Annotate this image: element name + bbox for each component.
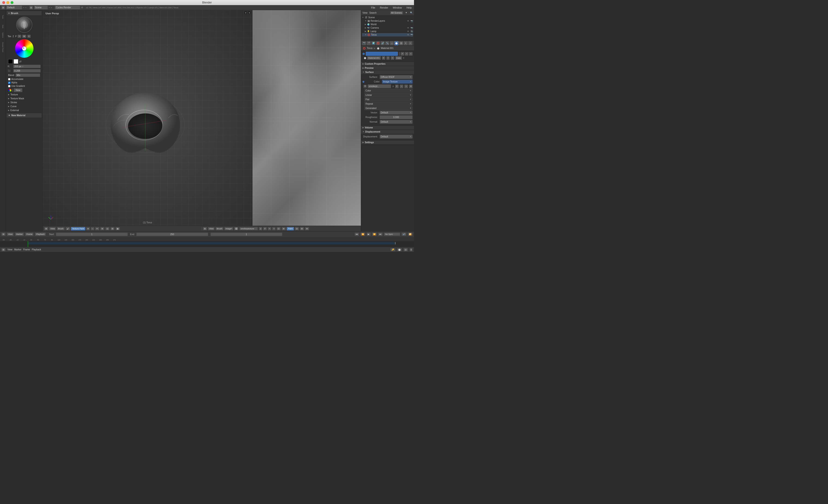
start-field[interactable]: 1 <box>56 233 128 236</box>
outliner-lamp[interactable]: ▶ 💡 Lamp 👁 📷 <box>362 30 413 33</box>
renderlayers-vis[interactable]: 👁 <box>407 20 409 22</box>
slots-icon[interactable]: Slots <box>1 23 5 30</box>
curve-section[interactable]: ▶ Curve <box>7 104 42 108</box>
preview-header[interactable]: ▶ Preview <box>361 66 414 70</box>
generated-dropdown[interactable]: Generated ▼ <box>364 106 413 110</box>
viewport-3d[interactable]: User Persp ⊕ ⊕ <box>43 10 252 226</box>
tab-object[interactable]: ⭕ <box>376 41 380 45</box>
lamp-vis[interactable]: 👁 <box>407 30 409 33</box>
repeat-dropdown[interactable]: Repeat ▼ <box>364 102 413 106</box>
vector-dropdown[interactable]: Default ▼ <box>380 111 413 115</box>
tab-particles[interactable]: ✦ <box>404 41 408 45</box>
onion-btn[interactable]: ◎ <box>404 248 408 251</box>
texture-paint-btn[interactable]: Texture Paint <box>71 227 85 230</box>
next-frame-btn[interactable]: ⏩ <box>372 233 377 236</box>
external-section[interactable]: ▶ External <box>7 108 42 112</box>
torus-vis[interactable]: 👁 <box>407 34 409 36</box>
wireframe-btn[interactable]: ○ <box>91 227 94 230</box>
blend-select[interactable]: Mix <box>15 74 40 77</box>
outliner-search-icon[interactable]: 🔍 <box>410 11 413 14</box>
status-mode-btn[interactable]: ⊞ <box>1 248 5 251</box>
prev-frame-btn[interactable]: ⏪ <box>360 233 365 236</box>
loop-btn[interactable]: 🔁 <box>408 233 413 236</box>
uv-mode-btn[interactable]: ⊞ <box>203 227 207 230</box>
next-keyframe-btn[interactable]: ⏭ <box>378 233 382 236</box>
img-add-btn[interactable]: + <box>400 85 403 88</box>
tab-constraints[interactable]: 🔗 <box>380 41 385 45</box>
uv-zoom1[interactable]: ⊟ <box>295 227 299 230</box>
uv-image-btn[interactable]: Image* <box>224 227 233 230</box>
color-prop-dot[interactable] <box>363 81 364 83</box>
corner-btn-1[interactable]: ⊕ <box>244 11 247 14</box>
viewport-mode-toggle[interactable]: ⊞ <box>1 6 5 9</box>
flat-dropdown[interactable]: Flat ▼ <box>364 97 413 101</box>
mat-data-remove[interactable]: × <box>391 56 394 60</box>
camera-vis[interactable]: 👁 <box>407 27 409 29</box>
brush-icon-btn[interactable]: 🖌 <box>66 227 70 230</box>
uv-btn[interactable]: ⊞ <box>111 227 115 230</box>
uv-zoom3[interactable]: ⊕ <box>305 227 309 230</box>
status-playback[interactable]: Playback <box>32 248 41 251</box>
texture-mask-section[interactable]: ▶ Texture Mask <box>7 96 42 100</box>
texture-section[interactable]: ▶ Texture <box>7 93 42 96</box>
status-view[interactable]: View <box>7 248 12 251</box>
maximize-button[interactable] <box>11 1 13 4</box>
prev-keyframe-btn[interactable]: ⏮ <box>355 233 359 236</box>
img-f-btn[interactable]: F <box>395 85 399 88</box>
tab-scene[interactable]: 🎬 <box>367 41 371 45</box>
torus-render[interactable]: 📷 <box>411 34 413 36</box>
scene-add[interactable]: + <box>49 6 50 9</box>
uv-zoom-fit[interactable]: ⊡ <box>277 227 281 230</box>
linear-dropdown[interactable]: Linear ▼ <box>364 93 413 97</box>
lamp-render[interactable]: 📷 <box>411 30 413 33</box>
tex-remove-btn[interactable]: × <box>27 35 31 38</box>
volume-header[interactable]: ▶ Volume <box>361 126 414 130</box>
minimize-button[interactable] <box>6 1 9 4</box>
layout-remove[interactable]: × <box>25 6 26 9</box>
info-btn[interactable]: ℹ <box>410 248 413 251</box>
uv-brush-btn[interactable]: Brush <box>215 227 223 230</box>
use-gradient-checkbox[interactable] <box>8 85 10 87</box>
layout-select[interactable]: Default <box>6 5 22 9</box>
tab-modifiers[interactable]: 🔧 <box>385 41 389 45</box>
radius-field[interactable]: 203 px ⟳ <box>13 65 41 68</box>
torus-viewport[interactable]: User Persp ⊕ ⊕ <box>43 10 252 226</box>
tab-world[interactable]: 🌍 <box>371 41 375 45</box>
uv-img-name[interactable]: smokeytexture <box>239 227 258 230</box>
end-field[interactable]: 250 <box>136 233 208 236</box>
mat-remove-btn[interactable]: × <box>409 52 413 56</box>
autokey-btn[interactable]: ⬤ <box>397 248 402 251</box>
render-engine-select[interactable]: Cycles Render <box>55 5 80 9</box>
status-marker[interactable]: Marker <box>14 248 22 251</box>
close-button[interactable] <box>2 1 5 4</box>
sync-select[interactable]: No Sync <box>384 233 400 236</box>
img-settings-btn[interactable]: ⚙ <box>409 85 413 88</box>
outliner-camera[interactable]: ▶ 📷 Camera 👁 📷 <box>362 26 413 30</box>
status-frame[interactable]: Frame <box>23 248 30 251</box>
options-icon[interactable]: Options <box>1 31 5 40</box>
settings-header[interactable]: ▶ Settings <box>361 140 414 144</box>
uv-img-remove[interactable]: × <box>272 227 276 230</box>
swap-colors-icon[interactable]: ⇄ <box>19 60 22 63</box>
outliner-scene-add[interactable]: ▼ <box>405 11 407 14</box>
roughness-field[interactable]: 0.000 <box>380 115 413 119</box>
new-button[interactable]: New <box>14 88 23 92</box>
timeline-view-btn[interactable]: View <box>7 233 14 236</box>
timeline-playback-btn[interactable]: Playback <box>35 233 46 236</box>
menu-window[interactable]: Window <box>392 6 403 9</box>
menu-render[interactable]: Render <box>379 6 389 9</box>
tab-render[interactable]: 📷 <box>362 41 366 45</box>
normal-dropdown[interactable]: Default ▼ <box>380 120 413 124</box>
timeline-mode-btn[interactable]: ⊞ <box>1 233 5 236</box>
slots-btn[interactable]: ▦ <box>116 227 120 230</box>
proportional-btn[interactable]: ◎ <box>106 227 110 230</box>
tab-data[interactable]: △ <box>390 41 394 45</box>
scene-select[interactable]: Scene <box>34 5 48 9</box>
uv-zoom2[interactable]: ⊞ <box>300 227 304 230</box>
corner-btn-2[interactable]: ⊕ <box>248 11 251 14</box>
mat-f-btn[interactable]: F <box>401 52 404 56</box>
snap-btn[interactable]: ⊕ <box>100 227 105 230</box>
outliner-all-scenes[interactable]: All Scenes <box>390 11 403 14</box>
outliner-search-btn[interactable]: Search <box>369 11 377 14</box>
custom-properties-header[interactable]: ▶ Custom Properties <box>361 62 414 66</box>
